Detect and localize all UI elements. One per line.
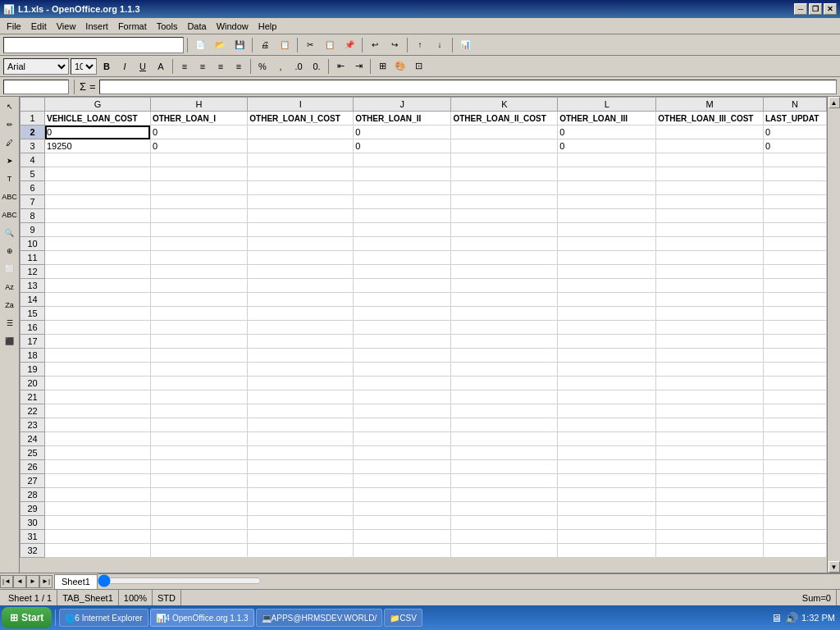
align-justify-button[interactable]: ≡ <box>231 58 247 75</box>
cell-2-3[interactable]: 0 <box>354 126 451 139</box>
cell-18-5[interactable] <box>558 349 656 363</box>
cell-26-2[interactable] <box>248 460 354 474</box>
cell-28-2[interactable] <box>248 488 354 502</box>
restore-button[interactable]: ❐ <box>809 3 822 15</box>
cell-14-3[interactable] <box>354 293 451 307</box>
menu-item-help[interactable]: Help <box>253 20 282 33</box>
cell-16-0[interactable] <box>45 321 151 335</box>
cell-32-3[interactable] <box>354 544 451 558</box>
cell-24-5[interactable] <box>558 432 656 446</box>
cell-11-6[interactable] <box>656 251 764 265</box>
cell-12-7[interactable] <box>763 265 826 279</box>
cell-10-4[interactable] <box>451 237 558 251</box>
tab-next-button[interactable]: ► <box>26 575 39 588</box>
cell-28-0[interactable] <box>45 488 151 502</box>
row-header-29[interactable]: 29 <box>21 502 45 516</box>
preview-button[interactable]: 📋 <box>276 37 294 53</box>
cell-8-3[interactable] <box>354 209 451 223</box>
menu-item-insert[interactable]: Insert <box>80 20 113 33</box>
cell-26-6[interactable] <box>656 460 764 474</box>
cut-button[interactable]: ✂ <box>301 37 319 53</box>
sidebar-spell2-icon[interactable]: ABC <box>2 207 18 223</box>
cell-19-2[interactable] <box>248 363 354 377</box>
cell-8-0[interactable] <box>45 209 151 223</box>
cell-20-3[interactable] <box>354 377 451 390</box>
cell-27-6[interactable] <box>656 474 764 488</box>
sidebar-zoom-icon[interactable]: ⊕ <box>2 243 18 259</box>
sidebar-text-icon[interactable]: T <box>2 171 18 187</box>
col-header-H[interactable]: H <box>150 98 247 112</box>
row-header-18[interactable]: 18 <box>21 349 45 363</box>
tray-desktop-icon[interactable]: 🖥 <box>771 612 782 624</box>
cell-20-2[interactable] <box>248 377 354 390</box>
row-header-10[interactable]: 10 <box>21 237 45 251</box>
cell-22-7[interactable] <box>763 404 826 418</box>
cell-18-0[interactable] <box>45 349 151 363</box>
redo-button[interactable]: ↪ <box>386 37 404 53</box>
cell-18-2[interactable] <box>248 349 354 363</box>
cell-29-4[interactable] <box>451 502 558 516</box>
menu-item-view[interactable]: View <box>52 20 81 33</box>
cell-30-0[interactable] <box>45 516 151 530</box>
cell-20-7[interactable] <box>763 377 826 390</box>
cell-17-7[interactable] <box>763 335 826 349</box>
cell-19-1[interactable] <box>150 363 247 377</box>
cell-31-1[interactable] <box>150 530 247 544</box>
cell-25-5[interactable] <box>558 446 656 460</box>
cell-25-7[interactable] <box>763 446 826 460</box>
open-button[interactable]: 📂 <box>211 37 229 53</box>
cell-21-0[interactable] <box>45 390 151 404</box>
percent-button[interactable]: % <box>254 58 271 75</box>
row-header-4[interactable]: 4 <box>21 153 45 167</box>
cell-18-1[interactable] <box>150 349 247 363</box>
cell-30-3[interactable] <box>354 516 451 530</box>
row-header-15[interactable]: 15 <box>21 307 45 321</box>
cell-21-4[interactable] <box>451 390 558 404</box>
cell-9-2[interactable] <box>248 223 354 237</box>
cell-16-2[interactable] <box>248 321 354 335</box>
cell-11-0[interactable] <box>45 251 151 265</box>
cell-3-5[interactable]: 0 <box>558 139 656 153</box>
grid-scroll[interactable]: G H I J K L M N 1VEHICLE_LOAN_COSTOTHER_… <box>20 97 827 573</box>
row-header-1[interactable]: 1 <box>21 112 45 126</box>
cell-10-7[interactable] <box>763 237 826 251</box>
cell-7-3[interactable] <box>354 195 451 209</box>
cell-10-1[interactable] <box>150 237 247 251</box>
cell-9-7[interactable] <box>763 223 826 237</box>
cell-7-1[interactable] <box>150 195 247 209</box>
cell-20-5[interactable] <box>558 377 656 390</box>
cell-25-6[interactable] <box>656 446 764 460</box>
print-button[interactable]: 🖨 <box>256 37 274 53</box>
cell-27-4[interactable] <box>451 474 558 488</box>
row-header-22[interactable]: 22 <box>21 404 45 418</box>
col-header-L[interactable]: L <box>558 98 656 112</box>
cell-26-1[interactable] <box>150 460 247 474</box>
cell-5-2[interactable] <box>248 167 354 181</box>
cell-7-6[interactable] <box>656 195 764 209</box>
cell-3-2[interactable] <box>248 139 354 153</box>
menu-item-format[interactable]: Format <box>113 20 152 33</box>
cell-4-1[interactable] <box>150 153 247 167</box>
cell-26-4[interactable] <box>451 460 558 474</box>
cell-6-1[interactable] <box>150 181 247 195</box>
cell-32-0[interactable] <box>45 544 151 558</box>
cell-0[interactable]: VEHICLE_LOAN_COST <box>45 112 151 126</box>
cell-6-3[interactable] <box>354 181 451 195</box>
cell-13-4[interactable] <box>451 279 558 293</box>
minimize-button[interactable]: ─ <box>794 3 807 15</box>
cell-3-6[interactable] <box>656 139 764 153</box>
cell-31-0[interactable] <box>45 530 151 544</box>
cell-4-2[interactable] <box>248 153 354 167</box>
new-button[interactable]: 📄 <box>191 37 209 53</box>
col-header-G[interactable]: G <box>45 98 151 112</box>
paste-button[interactable]: 📌 <box>340 37 358 53</box>
sidebar-arrow-icon[interactable]: ➤ <box>2 153 18 169</box>
cell-13-5[interactable] <box>558 279 656 293</box>
row-header-26[interactable]: 26 <box>21 460 45 474</box>
cell-27-1[interactable] <box>150 474 247 488</box>
horizontal-scrollbar[interactable] <box>98 574 262 587</box>
cell-21-7[interactable] <box>763 390 826 404</box>
cell-10-5[interactable] <box>558 237 656 251</box>
cell-26-7[interactable] <box>763 460 826 474</box>
cell-30-5[interactable] <box>558 516 656 530</box>
